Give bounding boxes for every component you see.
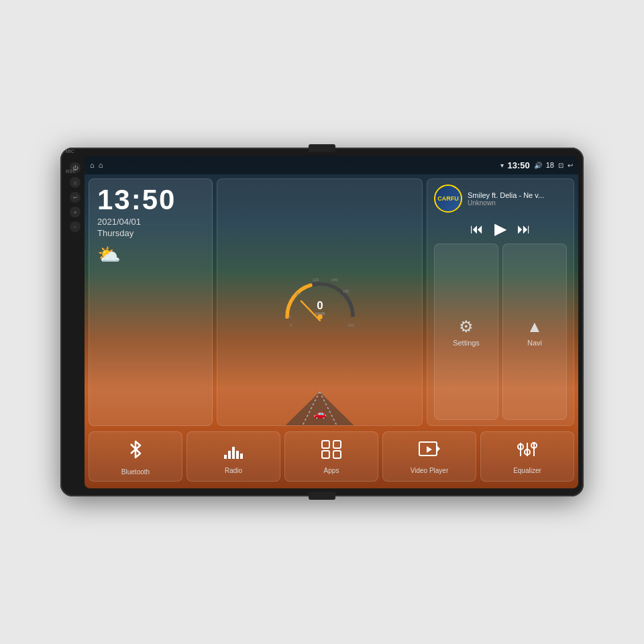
car-icon: 🚗 [313, 407, 327, 420]
clock-widget: 13:50 2021/04/01 Thursday ⛅ [89, 178, 213, 426]
status-bar-left: ⌂ ⌂ [90, 161, 103, 169]
svg-text:120: 120 [312, 278, 318, 282]
settings-icon: ⚙ [459, 317, 474, 336]
music-controls: ⏮ ▶ ⏭ [434, 219, 567, 238]
navi-icon: ▲ [527, 317, 543, 336]
music-info: Smiley ft. Delia - Ne v... Unknown [468, 191, 567, 207]
prev-button[interactable]: ⏮ [470, 221, 484, 237]
apps-label: Apps [324, 467, 339, 474]
bottom-apps-row: Bluetooth Rad [89, 430, 574, 484]
mic-label: MIC [66, 149, 74, 154]
top-row: 13:50 2021/04/01 Thursday ⛅ [89, 178, 574, 426]
home-icon[interactable]: ⌂ [90, 161, 95, 169]
next-button[interactable]: ⏭ [517, 221, 531, 237]
back-nav-icon[interactable]: ↩ [568, 162, 573, 169]
mount-tab-bottom [309, 492, 335, 500]
svg-rect-25 [322, 441, 329, 448]
side-buttons: ⏻ ⌂ ↩ ＋ － [66, 156, 85, 488]
svg-rect-24 [240, 453, 243, 459]
svg-marker-31 [427, 446, 432, 453]
music-logo: CARFU [434, 184, 462, 213]
svg-text:140: 140 [331, 278, 337, 282]
navi-label: Navi [527, 339, 542, 347]
svg-text:240: 240 [347, 323, 354, 327]
clock-display: 13:50 [97, 186, 204, 214]
equalizer-button[interactable]: Equalizer [480, 431, 574, 482]
radio-label: Radio [225, 467, 242, 474]
equalizer-label: Equalizer [513, 467, 541, 474]
vol-up-button[interactable]: ＋ [70, 207, 80, 217]
mount-tab-top [309, 144, 335, 152]
rst-label: RST [66, 169, 75, 174]
svg-rect-28 [333, 451, 341, 458]
svg-rect-22 [232, 447, 235, 459]
svg-rect-23 [236, 451, 239, 459]
svg-rect-27 [322, 451, 329, 458]
status-bar: ⌂ ⌂ ▾ 13:50 🔊 18 ⊡ ↩ [85, 156, 578, 174]
bluetooth-icon [127, 439, 144, 465]
svg-rect-26 [333, 441, 341, 448]
content-area: 13:50 2021/04/01 Thursday ⛅ [85, 174, 578, 488]
bluetooth-button[interactable]: Bluetooth [89, 431, 182, 482]
svg-text:180: 180 [342, 289, 348, 293]
clock-day: Thursday [97, 228, 204, 238]
settings-button[interactable]: ⚙ Settings [434, 244, 498, 420]
svg-text:0: 0 [317, 299, 323, 311]
home-button[interactable]: ⌂ [70, 177, 80, 188]
car-head-unit: MIC RST ⏻ ⌂ ↩ ＋ － ⌂ ⌂ ▾ 13:50 🔊 18 ⊡ [60, 148, 584, 496]
music-title: Smiley ft. Delia - Ne v... [468, 191, 567, 199]
weather-icon: ⛅ [97, 244, 204, 266]
svg-text:km/h: km/h [315, 311, 325, 316]
volume-icon: 🔊 [534, 162, 542, 169]
back-button[interactable]: ↩ [70, 192, 80, 203]
radio-icon [223, 440, 244, 464]
svg-marker-30 [437, 445, 440, 452]
vol-down-button[interactable]: － [70, 221, 80, 232]
main-screen: ⌂ ⌂ ▾ 13:50 🔊 18 ⊡ ↩ 13:50 [85, 156, 578, 488]
navi-button[interactable]: ▲ Navi [502, 244, 567, 420]
speedometer-widget: 60 0 km/h 0 60 120 [217, 178, 423, 426]
wifi-icon: ▾ [500, 162, 504, 169]
svg-rect-21 [228, 451, 231, 459]
radio-button[interactable]: Radio [186, 431, 280, 482]
play-button[interactable]: ▶ [494, 219, 506, 238]
status-bar-right: ▾ 13:50 🔊 18 ⊡ ↩ [500, 160, 574, 170]
settings-label: Settings [453, 339, 480, 347]
video-player-icon [419, 440, 440, 464]
video-player-button[interactable]: Video Player [382, 431, 476, 482]
screen-container: ⌂ ⌂ ▾ 13:50 🔊 18 ⊡ ↩ 13:50 [85, 156, 578, 488]
clock-date: 2021/04/01 [97, 217, 204, 227]
home2-icon[interactable]: ⌂ [99, 161, 103, 169]
video-player-label: Video Player [411, 467, 449, 474]
battery-level: 18 [546, 161, 554, 169]
music-header: CARFU Smiley ft. Delia - Ne v... Unknown [434, 184, 567, 213]
apps-button[interactable]: Apps [284, 431, 378, 482]
window-icon[interactable]: ⊡ [558, 162, 564, 169]
music-widget: CARFU Smiley ft. Delia - Ne v... Unknown… [427, 178, 574, 426]
music-artist: Unknown [468, 199, 567, 207]
svg-rect-20 [224, 455, 227, 459]
svg-text:60: 60 [296, 292, 300, 296]
apps-icon [321, 440, 341, 464]
status-time: 13:50 [508, 160, 530, 170]
road-visual: 🚗 [217, 388, 422, 425]
bluetooth-label: Bluetooth [121, 468, 150, 476]
equalizer-icon [517, 440, 537, 464]
svg-text:0: 0 [289, 323, 291, 327]
